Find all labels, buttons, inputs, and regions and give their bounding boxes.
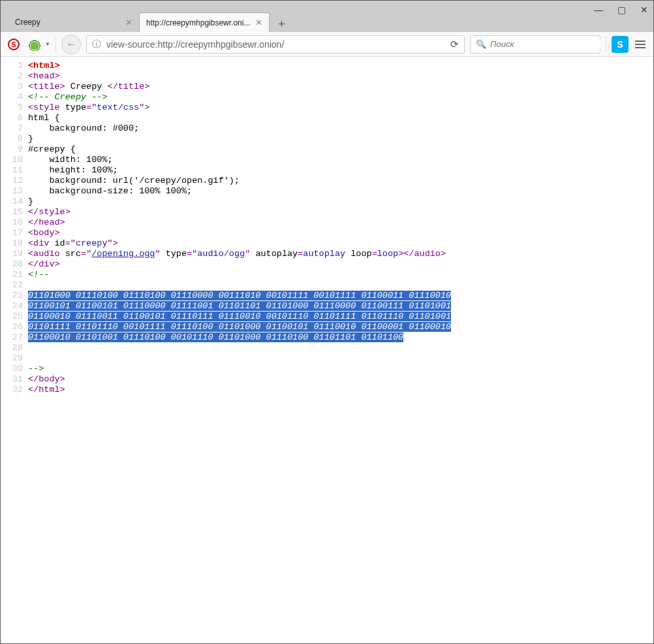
search-input[interactable] — [490, 39, 600, 49]
menu-button[interactable] — [631, 35, 649, 54]
line-content[interactable]: <audio src="/opening.ogg" type="audio/og… — [28, 249, 653, 259]
source-line[interactable]: 22 — [1, 280, 653, 291]
tab-viewsource[interactable]: http://creepymhpgibsewr.oni... ✕ — [139, 12, 270, 32]
source-line[interactable]: 17<body> — [1, 228, 653, 238]
line-number: 31 — [1, 374, 28, 385]
source-line[interactable]: 31</body> — [1, 374, 653, 385]
line-content[interactable]: 01100010 01110011 01100101 01110111 0111… — [28, 312, 653, 322]
back-button[interactable]: ← — [61, 35, 81, 54]
line-content[interactable]: height: 100%; — [28, 165, 653, 176]
line-content[interactable]: <style type="text/css"> — [28, 103, 653, 113]
source-line[interactable]: 12 background: url('/creepy/open.gif'); — [1, 176, 653, 186]
line-content[interactable]: background-size: 100% 100%; — [28, 186, 653, 197]
chevron-down-icon[interactable]: ▼ — [45, 41, 50, 47]
line-content[interactable]: <!-- Creepy --> — [28, 92, 653, 103]
line-content[interactable]: <head> — [28, 71, 653, 82]
tab-label: Creepy — [15, 18, 40, 27]
line-content[interactable]: <html> — [28, 61, 653, 71]
tab-creepy[interactable]: Creepy ✕ — [8, 12, 139, 32]
line-number: 23 — [1, 291, 28, 301]
close-icon[interactable]: ✕ — [125, 18, 132, 27]
line-content[interactable]: background: #000; — [28, 123, 653, 134]
line-content[interactable] — [28, 353, 653, 364]
source-line[interactable]: 3<title> Creepy </title> — [1, 82, 653, 92]
source-line[interactable]: 14} — [1, 197, 653, 207]
source-line[interactable]: 7 background: #000; — [1, 123, 653, 134]
info-icon[interactable]: ⓘ — [92, 39, 101, 50]
line-number: 29 — [1, 353, 28, 364]
line-content[interactable]: </head> — [28, 217, 653, 228]
maximize-button[interactable]: ▢ — [617, 5, 626, 15]
line-number: 19 — [1, 249, 28, 259]
line-content[interactable]: </style> — [28, 207, 653, 217]
line-content[interactable]: <div id="creepy"> — [28, 238, 653, 249]
line-content[interactable]: 01100101 01100101 01110000 01111001 0110… — [28, 301, 653, 312]
new-tab-button[interactable]: + — [272, 16, 290, 32]
source-line[interactable]: 21<!-- — [1, 270, 653, 280]
source-line[interactable]: 2401100101 01100101 01110000 01111001 01… — [1, 301, 653, 312]
line-content[interactable]: <body> — [28, 228, 653, 238]
line-content[interactable]: <!-- — [28, 270, 653, 280]
window-controls: — ▢ ✕ — [594, 1, 648, 19]
source-line[interactable]: 6html { — [1, 113, 653, 123]
search-bar[interactable]: 🔍 — [470, 35, 600, 54]
source-line[interactable]: 8} — [1, 134, 653, 144]
line-content[interactable]: </html> — [28, 385, 653, 395]
source-line[interactable]: 19<audio src="/opening.ogg" type="audio/… — [1, 249, 653, 259]
source-line[interactable]: 32</html> — [1, 385, 653, 395]
line-content[interactable]: <title> Creepy </title> — [28, 82, 653, 92]
source-line[interactable]: 2301101000 01110100 01110100 01110000 00… — [1, 291, 653, 301]
source-line[interactable]: 13 background-size: 100% 100%; — [1, 186, 653, 197]
source-line[interactable]: 16</head> — [1, 217, 653, 228]
source-viewer[interactable]: 1<html>2<head>3<title> Creepy </title>4<… — [1, 57, 653, 643]
line-content[interactable] — [28, 343, 653, 353]
source-line[interactable]: 4<!-- Creepy --> — [1, 92, 653, 103]
line-number: 11 — [1, 165, 28, 176]
line-content[interactable]: } — [28, 197, 653, 207]
line-number: 21 — [1, 270, 28, 280]
source-line[interactable]: 2701100010 01101001 01110100 00101110 01… — [1, 332, 653, 343]
reload-icon[interactable]: ⟳ — [450, 39, 459, 50]
url-bar[interactable]: ⓘ ⟳ — [86, 35, 465, 54]
line-number: 30 — [1, 364, 28, 374]
line-content[interactable]: 01101111 01101110 00101111 01110100 0110… — [28, 322, 653, 332]
line-number: 22 — [1, 280, 28, 291]
minimize-button[interactable]: — — [594, 5, 603, 15]
close-icon[interactable]: ✕ — [255, 18, 262, 27]
noscript-icon: S — [8, 39, 20, 50]
line-content[interactable]: width: 100%; — [28, 155, 653, 165]
toolbar: S ▼ ← ⓘ ⟳ 🔍 S — [1, 32, 653, 57]
source-line[interactable]: 18<div id="creepy"> — [1, 238, 653, 249]
source-line[interactable]: 28 — [1, 343, 653, 353]
line-number: 26 — [1, 322, 28, 332]
line-content[interactable]: --> — [28, 364, 653, 374]
line-content[interactable]: } — [28, 134, 653, 144]
source-line[interactable]: 1<html> — [1, 61, 653, 71]
source-line[interactable]: 11 height: 100%; — [1, 165, 653, 176]
line-content[interactable]: 01101000 01110100 01110100 01110000 0011… — [28, 291, 653, 301]
source-line[interactable]: 30--> — [1, 364, 653, 374]
line-content[interactable] — [28, 280, 653, 291]
noscript-button[interactable]: S — [5, 35, 23, 54]
source-line[interactable]: 29 — [1, 353, 653, 364]
line-number: 15 — [1, 207, 28, 217]
close-button[interactable]: ✕ — [640, 5, 648, 15]
source-line[interactable]: 20</div> — [1, 259, 653, 270]
line-content[interactable]: </body> — [28, 374, 653, 385]
line-content[interactable]: 01100010 01101001 01110100 00101110 0110… — [28, 332, 653, 343]
source-line[interactable]: 5<style type="text/css"> — [1, 103, 653, 113]
url-input[interactable] — [106, 39, 445, 50]
line-content[interactable]: #creepy { — [28, 144, 653, 155]
tor-onion-button[interactable] — [25, 35, 44, 54]
line-content[interactable]: html { — [28, 113, 653, 123]
source-line[interactable]: 10 width: 100%; — [1, 155, 653, 165]
source-line[interactable]: 9#creepy { — [1, 144, 653, 155]
line-content[interactable]: background: url('/creepy/open.gif'); — [28, 176, 653, 186]
source-line[interactable]: 15</style> — [1, 207, 653, 217]
source-line[interactable]: 2601101111 01101110 00101111 01110100 01… — [1, 322, 653, 332]
tab-label: http://creepymhpgibsewr.oni... — [146, 18, 250, 27]
line-content[interactable]: </div> — [28, 259, 653, 270]
source-line[interactable]: 2501100010 01110011 01100101 01110111 01… — [1, 312, 653, 322]
skype-button[interactable]: S — [612, 36, 629, 53]
source-line[interactable]: 2<head> — [1, 71, 653, 82]
